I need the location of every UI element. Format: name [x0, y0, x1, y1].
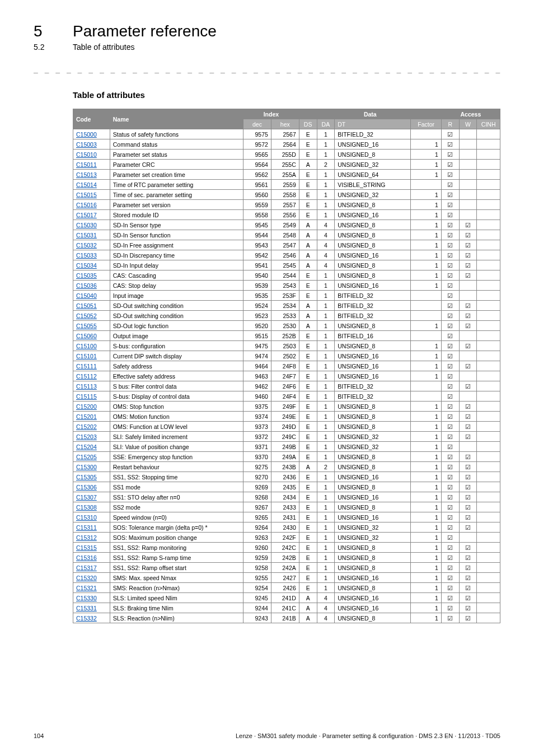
code-link[interactable]: C15330 [76, 595, 97, 601]
code-link[interactable]: C15317 [76, 564, 97, 571]
cell-dec: 9515 [243, 331, 271, 341]
table-row: C15013Parameter set creation time9562255… [73, 170, 500, 180]
code-link[interactable]: C15305 [76, 474, 97, 480]
cell-r: ☑ [441, 301, 459, 311]
cell-name: SD-Out switching condition [110, 311, 243, 321]
code-link[interactable]: C15060 [76, 333, 97, 339]
cell-factor: 1 [411, 603, 441, 613]
cell-factor: 1 [411, 351, 441, 361]
code-link[interactable]: C15205 [76, 454, 97, 460]
cell-dec: 9460 [243, 391, 271, 402]
code-link[interactable]: C15040 [76, 292, 97, 299]
code-link[interactable]: C15051 [76, 302, 97, 309]
chapter-number: 5 [34, 22, 73, 40]
cell-r: ☑ [441, 472, 459, 482]
code-link[interactable]: C15113 [76, 383, 97, 390]
code-link[interactable]: C15031 [76, 232, 97, 239]
cell-r: ☑ [441, 311, 459, 321]
code-link[interactable]: C15000 [76, 131, 97, 138]
table-row: C15115S-bus: Display of control data9460… [73, 391, 500, 402]
code-link[interactable]: C15035 [76, 272, 97, 279]
code-link[interactable]: C15055 [76, 323, 97, 329]
code-link[interactable]: C15032 [76, 242, 97, 249]
cell-ds: E [299, 381, 317, 391]
cell-ds: A [299, 250, 317, 260]
code-link[interactable]: C15300 [76, 464, 97, 470]
code-link[interactable]: C15307 [76, 494, 97, 501]
code-link[interactable]: C15204 [76, 444, 97, 450]
code-link[interactable]: C15011 [76, 161, 97, 168]
cell-r: ☑ [441, 432, 459, 442]
cell-factor: 1 [411, 442, 441, 452]
code-link[interactable]: C15016 [76, 202, 97, 208]
cell-w [459, 129, 477, 139]
cell-w: ☑ [459, 522, 477, 533]
cell-ds: E [299, 281, 317, 291]
cell-dt: BITFIELD_32 [335, 129, 411, 139]
cell-da: 1 [317, 391, 335, 402]
cell-dec: 9559 [243, 200, 271, 210]
cell-hex: 2427 [271, 573, 299, 583]
code-link[interactable]: C15331 [76, 605, 97, 612]
code-link[interactable]: C15101 [76, 353, 97, 360]
cell-da: 1 [317, 150, 335, 160]
cell-dec: 9540 [243, 270, 271, 281]
cell-cinh [477, 220, 500, 230]
cell-r: ☑ [441, 160, 459, 170]
cell-ds: A [299, 220, 317, 230]
cell-name: SS1: STO delay after n=0 [110, 492, 243, 502]
cell-ds: E [299, 402, 317, 412]
cell-cinh [477, 139, 500, 150]
code-link[interactable]: C15036 [76, 282, 97, 289]
cell-hex: 2558 [271, 190, 299, 200]
code-link[interactable]: C15112 [76, 373, 97, 380]
code-link[interactable]: C15030 [76, 222, 97, 228]
cell-hex: 249E [271, 412, 299, 422]
cell-hex: 255C [271, 160, 299, 170]
code-link[interactable]: C15052 [76, 312, 97, 319]
code-link[interactable]: C15312 [76, 534, 97, 541]
code-link[interactable]: C15202 [76, 423, 97, 430]
cell-dt: UNSIGNED_8 [335, 230, 411, 240]
cell-w: ☑ [459, 270, 477, 281]
code-link[interactable]: C15010 [76, 151, 97, 158]
cell-ds: E [299, 553, 317, 563]
cell-ds: E [299, 180, 317, 190]
code-link[interactable]: C15013 [76, 171, 97, 178]
code-link[interactable]: C15311 [76, 524, 97, 531]
code-link[interactable]: C15308 [76, 504, 97, 511]
code-link[interactable]: C15315 [76, 544, 97, 551]
cell-cinh [477, 240, 500, 250]
code-link[interactable]: C15200 [76, 403, 97, 410]
code-link[interactable]: C15310 [76, 514, 97, 521]
code-link[interactable]: C15306 [76, 484, 97, 491]
code-link[interactable]: C15201 [76, 413, 97, 420]
code-link[interactable]: C15316 [76, 554, 97, 561]
page-number: 104 [34, 732, 44, 739]
code-link[interactable]: C15203 [76, 433, 97, 440]
cell-w [459, 331, 477, 341]
code-link[interactable]: C15320 [76, 575, 97, 581]
code-link[interactable]: C15332 [76, 615, 97, 622]
code-link[interactable]: C15014 [76, 181, 97, 188]
table-row: C15315SS1, SS2: Ramp monitoring9260242CE… [73, 543, 500, 553]
cell-dt: UNSIGNED_16 [335, 361, 411, 371]
cell-ds: E [299, 150, 317, 160]
code-link[interactable]: C15321 [76, 585, 97, 591]
cell-dt: UNSIGNED_16 [335, 281, 411, 291]
cell-da: 1 [317, 190, 335, 200]
cell-dt: UNSIGNED_32 [335, 432, 411, 442]
cell-r: ☑ [441, 291, 459, 301]
code-link[interactable]: C15111 [76, 363, 97, 370]
cell-cinh [477, 402, 500, 412]
code-link[interactable]: C15034 [76, 262, 97, 269]
cell-da: 1 [317, 492, 335, 502]
cell-dt: UNSIGNED_8 [335, 583, 411, 593]
code-link[interactable]: C15115 [76, 393, 97, 400]
code-link[interactable]: C15015 [76, 192, 97, 198]
code-link[interactable]: C15033 [76, 252, 97, 259]
code-link[interactable]: C15003 [76, 141, 97, 148]
code-link[interactable]: C15100 [76, 343, 97, 349]
code-link[interactable]: C15017 [76, 212, 97, 218]
cell-da: 1 [317, 422, 335, 432]
